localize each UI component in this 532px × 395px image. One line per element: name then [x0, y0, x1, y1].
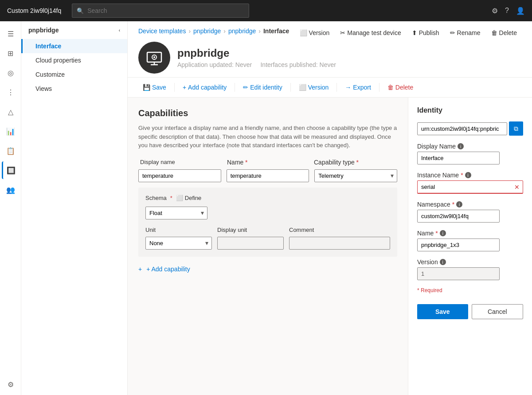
breadcrumb-device-templates[interactable]: Device templates: [138, 27, 186, 35]
nav-analytics-icon[interactable]: 📊: [2, 122, 20, 140]
sidebar-item-cloud-properties[interactable]: Cloud properties: [21, 53, 127, 67]
publish-icon: ⬆: [412, 29, 417, 36]
comment-input[interactable]: [289, 237, 390, 250]
identity-save-btn[interactable]: Save: [417, 304, 468, 319]
urn-input[interactable]: [417, 122, 507, 135]
capabilities-desc: Give your interface a display name and a…: [138, 124, 397, 150]
rename-btn[interactable]: ✏ Rename: [446, 27, 485, 39]
breadcrumb-pnpbridge-1[interactable]: pnpbridge: [193, 27, 221, 35]
instance-name-label: Instance Name * i: [417, 172, 523, 179]
capabilities-panel: Capabilities Give your interface a displ…: [128, 98, 408, 395]
col-display-name: Display name: [140, 159, 222, 166]
name-input-identity[interactable]: [417, 239, 500, 251]
namespace-label: Namespace * i: [417, 201, 523, 208]
namespace-input[interactable]: [417, 210, 500, 223]
display-name-info-icon[interactable]: i: [458, 143, 464, 149]
namespace-info-icon[interactable]: i: [456, 201, 462, 207]
help-icon[interactable]: ?: [505, 7, 509, 15]
sidebar-item-views[interactable]: Views: [21, 82, 127, 96]
content-area: Capabilities Give your interface a displ…: [128, 98, 532, 395]
breadcrumb-pnpbridge-2[interactable]: pnpbridge: [228, 27, 256, 35]
sidebar-item-interface[interactable]: Interface: [21, 39, 127, 53]
comment-col: Comment: [289, 227, 390, 233]
capabilities-title: Capabilities: [138, 108, 397, 118]
version-icon: ⬜: [300, 29, 307, 36]
version-action-btn[interactable]: ⬜ Version: [294, 81, 333, 94]
display-name-input[interactable]: [138, 169, 221, 182]
nav-users-icon[interactable]: 👥: [2, 181, 20, 199]
instance-name-field: Instance Name * i ✕: [417, 172, 523, 194]
schema-select-wrap[interactable]: Float Integer Boolean String: [145, 207, 207, 219]
search-icon: 🔍: [77, 8, 84, 14]
sidebar-collapse-icon[interactable]: ‹: [119, 28, 120, 33]
capability-type-select[interactable]: Telemetry Property Command: [314, 169, 397, 182]
settings-icon[interactable]: ⚙: [492, 7, 498, 15]
divider-3: [290, 83, 291, 92]
col-name: Name *: [227, 159, 309, 166]
identity-buttons: Save Cancel: [417, 304, 523, 319]
nav-settings-bottom-icon[interactable]: ⚙: [2, 375, 20, 393]
instance-name-input[interactable]: [417, 180, 523, 194]
nav-devices-icon[interactable]: ◎: [2, 64, 20, 82]
namespace-field: Namespace * i: [417, 201, 523, 223]
delete-toolbar-btn[interactable]: 🗑 Delete: [487, 27, 521, 39]
nav-dashboard-icon[interactable]: ⊞: [2, 44, 20, 62]
version-info-icon[interactable]: i: [440, 259, 446, 265]
unit-select[interactable]: None Celsius Fahrenheit: [145, 237, 212, 250]
add-capability-btn[interactable]: + Add capability: [178, 81, 231, 94]
display-unit-input[interactable]: [217, 237, 284, 250]
version-field: Version i: [417, 258, 523, 280]
save-btn[interactable]: 💾 Save: [138, 81, 171, 94]
display-name-field: Display Name i: [417, 143, 523, 164]
page-title: pnpbridge: [177, 47, 343, 59]
export-btn[interactable]: → Export: [340, 81, 375, 94]
delete-toolbar-icon: 🗑: [491, 29, 497, 36]
copy-btn[interactable]: ⧉: [509, 121, 523, 136]
unit-col: Unit: [145, 227, 212, 233]
manage-test-device-btn[interactable]: ✂ Manage test device: [336, 27, 405, 39]
top-bar: Custom 2iw9l0j14fq 🔍 ⚙ ? 👤: [0, 0, 532, 21]
define-icon: ⬜: [176, 195, 183, 201]
capability-row-0: Telemetry Property Command: [138, 169, 397, 182]
name-info-icon[interactable]: i: [440, 230, 446, 236]
sidebar-header[interactable]: pnpbridge ‹: [21, 21, 127, 39]
col-capability-type: Capability type *: [314, 159, 395, 166]
display-unit-col: Display unit: [217, 227, 284, 233]
search-input[interactable]: [87, 7, 244, 14]
instance-name-info-icon[interactable]: i: [465, 172, 471, 178]
schema-select[interactable]: Float Integer Boolean String: [145, 207, 207, 219]
nav-apps-icon[interactable]: ⋮: [2, 83, 20, 101]
add-icon: +: [183, 84, 186, 91]
sidebar: pnpbridge ‹ Interface Cloud properties C…: [21, 21, 128, 395]
unit-select-wrap[interactable]: None Celsius Fahrenheit: [145, 237, 212, 250]
name-input[interactable]: [227, 169, 309, 182]
display-name-label: Display Name i: [417, 143, 523, 150]
app-title: Custom 2iw9l0j14fq: [7, 7, 61, 14]
page-title-text: pnpbridge Application updated: Never Int…: [177, 47, 343, 68]
page-header: Device templates › pnpbridge › pnpbridge…: [128, 21, 532, 78]
capability-type-select-wrap[interactable]: Telemetry Property Command: [314, 169, 397, 182]
search-bar[interactable]: 🔍: [72, 4, 249, 18]
identity-title: Identity: [417, 106, 523, 114]
clear-instance-icon[interactable]: ✕: [514, 184, 520, 191]
edit-identity-btn[interactable]: ✏ Edit identity: [239, 81, 286, 94]
svg-point-4: [153, 56, 155, 58]
nav-menu-icon[interactable]: ☰: [2, 25, 20, 43]
nav-templates-icon[interactable]: 🔲: [2, 161, 20, 179]
account-icon[interactable]: 👤: [516, 7, 525, 15]
identity-cancel-btn[interactable]: Cancel: [472, 304, 524, 319]
add-capability-bottom-btn[interactable]: + + Add capability: [138, 264, 190, 274]
nav-rules-icon[interactable]: △: [2, 103, 20, 121]
unit-row: None Celsius Fahrenheit: [145, 237, 390, 250]
version-toolbar-btn[interactable]: ⬜ Version: [295, 27, 334, 39]
schema-define-btn[interactable]: ⬜ Define: [176, 195, 202, 201]
delete-action-btn[interactable]: 🗑 Delete: [383, 81, 418, 94]
name-field: Name * i: [417, 230, 523, 251]
interfaces-published: Interfaces published: Never: [260, 61, 336, 68]
publish-btn[interactable]: ⬆ Publish: [407, 27, 444, 39]
display-name-identity-input[interactable]: [417, 152, 500, 164]
sidebar-item-customize[interactable]: Customize: [21, 67, 127, 82]
schema-label: Schema: [145, 195, 167, 201]
nav-jobs-icon[interactable]: 📋: [2, 142, 20, 160]
sidebar-parent-label: pnpbridge: [28, 27, 59, 34]
